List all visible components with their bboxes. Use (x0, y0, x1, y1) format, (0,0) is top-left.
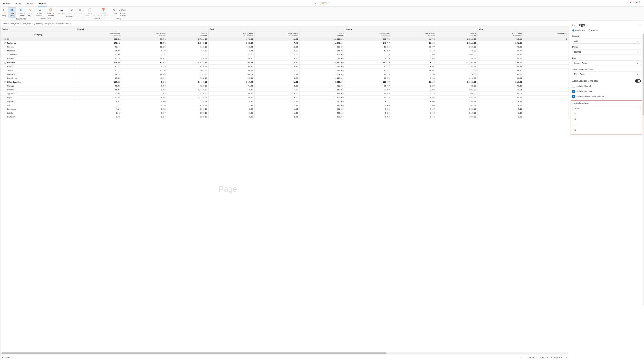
settings-scrollbar[interactable] (642, 34, 644, 306)
next-page-button[interactable]: ⟩ (564, 356, 565, 358)
cell-value: -1.49 (122, 49, 167, 53)
cell-value: 19.99 (391, 80, 436, 84)
records-count: 21 records (540, 356, 548, 358)
window-icon[interactable]: ◧ (636, 1, 638, 3)
cell-value: 724.00 (167, 84, 208, 88)
decimal-precision-select[interactable]: Auto⌄ (572, 106, 640, 111)
prev-page-button[interactable]: ⟨ (553, 356, 553, 358)
cell-value: 5,409.00 (167, 80, 208, 84)
ribbon-pdf-report[interactable]: PDFPDFReport (26, 7, 35, 18)
top-tab-home[interactable]: Home (3, 1, 10, 6)
include-global-checkbox[interactable]: ✓Include Global/Locale Variable (572, 95, 640, 98)
font-select[interactable]: Inforiver Sans⌄ (572, 60, 640, 66)
cell-value: 3.05 (255, 60, 300, 64)
cell-value: 10,611.00 (300, 37, 345, 41)
cell-value: 1.20 (122, 103, 167, 107)
top-tabs: HomeInsertDesignExport ✎⌄ ⏻Off i 📌 ≡ ◧ ⛶ (0, 0, 644, 6)
cell-value: 6,209.00 (436, 37, 478, 41)
cell-value: 30.24 (478, 92, 524, 96)
table-row: Phones72.4012.32713.00100.6112.31982.005… (0, 45, 569, 49)
collapse-icon[interactable]: − (5, 42, 6, 44)
table-wrap[interactable]: Page RegionCentralEastSouthWestCategoryS… (0, 26, 569, 352)
cell-value: 49.75 (478, 56, 524, 60)
collapse-icon[interactable]: − (5, 38, 6, 40)
top-tab-export[interactable]: Export (38, 1, 47, 6)
ribbon-export-report-[interactable]: XExportReport ⌄ (35, 7, 45, 17)
ribbon-reuse-theme[interactable]: JSONReuseTheme (118, 7, 127, 17)
cell-value: 1.34 (391, 72, 436, 76)
ribbon-page-setup[interactable]: ⎘PageSetup (0, 7, 8, 17)
header-footer-select[interactable]: Every Page⌄ (572, 72, 640, 77)
cell-value: 1,015.00 (300, 76, 345, 80)
info-icon[interactable]: i (328, 2, 330, 5)
top-tab-design[interactable]: Design (25, 1, 34, 6)
decimal-option-5[interactable]: 5 (572, 111, 640, 116)
cell-value: 56.92 (76, 88, 122, 92)
ribbon-copy-to-clipboard[interactable]: 📋Copy toClipboard (45, 7, 56, 17)
cell-value (524, 84, 569, 88)
cell-value: 10.77 (391, 45, 436, 49)
edit-mode-icon[interactable]: ✎⌄ (314, 2, 319, 5)
cell-value: 34.19 (208, 92, 254, 96)
ribbon-config-[interactable]: ⚙Config⌄ (110, 7, 118, 17)
horizontal-scrollbar[interactable] (2, 352, 568, 354)
cell-value: -0.66 (122, 100, 167, 103)
cell-value: 264.97 (208, 41, 254, 45)
add-image-toggle[interactable] (635, 79, 640, 82)
measure-header: Sum of Salesin Thousands (345, 32, 391, 37)
cell-value: 92.00 (436, 100, 478, 103)
zoom-out-button[interactable]: − (524, 356, 526, 359)
cell-value: 3.44 (391, 76, 436, 80)
zoom-level[interactable]: 100 % (527, 356, 535, 359)
ribbon-selected-columns[interactable]: ▥SelectedColumns (16, 7, 26, 18)
last-page-button[interactable]: ⟩| (566, 356, 567, 358)
expand-icon[interactable]: ⛶ (639, 1, 641, 3)
pin-icon[interactable]: 📌 (630, 1, 632, 3)
portrait-radio[interactable]: Portrait (588, 29, 598, 32)
close-icon[interactable]: ✕ (638, 23, 640, 26)
zoom-in-button[interactable]: + (536, 356, 538, 359)
chevron-down-icon: ⌄ (637, 62, 639, 64)
cell-value: 2.60 (208, 111, 254, 115)
collapse-icon[interactable]: − (5, 62, 6, 64)
first-page-button[interactable]: |⟨ (551, 356, 552, 358)
landscape-radio[interactable]: Landscape (572, 29, 585, 32)
ribbon-label: PageSetup (2, 12, 6, 17)
decimal-option-7[interactable]: 7 (572, 122, 640, 128)
cell-value: 126.00 (436, 115, 478, 119)
cell-value: 45.93 (76, 84, 122, 88)
decimal-option-8[interactable]: 8 (572, 127, 640, 133)
cell-value: 96.26 (208, 64, 254, 68)
scaling-select[interactable]: Auto⌄ (572, 38, 640, 44)
table-row: Bookcases24.16-2.00192.0043.82-1.17252.0… (0, 72, 569, 76)
power-toggle[interactable]: ⏻Off (320, 2, 326, 5)
top-tab-insert[interactable]: Insert (14, 1, 21, 6)
include-filter-checkbox[interactable]: Include Filter Info (572, 85, 640, 88)
cell-value: 716.00 (167, 53, 208, 56)
cell-value: 0.82 (208, 115, 254, 119)
measure-header: Sum of Profitin Thousands (255, 32, 300, 37)
settings-info-icon[interactable]: i (586, 24, 588, 26)
collapse-icon[interactable]: − (5, 82, 6, 83)
cell-value: 10.76 (208, 100, 254, 103)
cell-value: 1,400.00 (300, 96, 345, 100)
table-row: Art5.771.20678.007.371.89842.004.661.065… (0, 103, 569, 107)
include-footnotes-checkbox[interactable]: ✓Include footnotes (572, 90, 640, 92)
ribbon-entire-matrix[interactable]: ▦EntireMatrix (8, 7, 16, 18)
measure-header: Sum ofQuantity (300, 32, 345, 37)
filter-icon[interactable]: ≡ (633, 1, 634, 3)
decimal-option-6[interactable]: 6 (572, 116, 640, 122)
ribbon-group-label: Backup (116, 17, 121, 20)
chevron-down-icon: ⌄ (637, 107, 638, 110)
chevron-down-icon: ⌄ (637, 51, 639, 53)
content-title: Sum of Sales, Sum of Profit, Sum of Quan… (0, 21, 569, 26)
gear-icon[interactable]: ⚙ (520, 356, 522, 358)
cell-value: 18.13 (478, 100, 524, 103)
margin-select[interactable]: Normal⌄ (572, 49, 640, 54)
cell-value: 53.22 (208, 56, 254, 60)
data-table: RegionCentralEastSouthWestCategorySum of… (0, 26, 569, 119)
cell-value: 252.61 (478, 60, 524, 64)
cell-value: 982.00 (300, 45, 345, 49)
table-row: Copiers37.2615.6149.0053.2217.0271.009.3… (0, 56, 569, 60)
cell-value: 851.00 (436, 96, 478, 100)
